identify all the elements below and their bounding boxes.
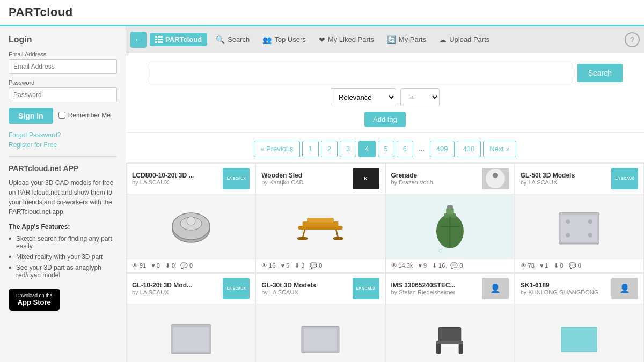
app-section-title: PARTcloud.net APP bbox=[9, 164, 117, 173]
register-link[interactable]: Register for Free bbox=[9, 141, 117, 149]
part-author-7: by KUNLONG GUANGDONG bbox=[521, 289, 611, 295]
part-author-5: by LA SCAUX bbox=[261, 289, 352, 295]
email-label: Email Address bbox=[9, 51, 117, 57]
remember-me-checkbox[interactable] bbox=[58, 112, 65, 119]
svg-rect-33 bbox=[436, 341, 463, 344]
part-name-2: Grenade bbox=[391, 172, 466, 179]
page-4-button[interactable]: 4 bbox=[358, 141, 375, 157]
part-badge-7: 👤 bbox=[611, 278, 638, 299]
part-author-4: by LA SCAUX bbox=[132, 289, 223, 295]
page-409-button[interactable]: 409 bbox=[430, 141, 455, 157]
signin-button[interactable]: Sign In bbox=[9, 108, 53, 124]
remember-me-label[interactable]: Remember Me bbox=[58, 112, 111, 119]
appstore-button[interactable]: Download on the App Store bbox=[9, 289, 60, 311]
part-author-1: by Karajko CAD bbox=[261, 179, 352, 186]
part-name-1: Wooden Sled bbox=[261, 172, 336, 179]
navbar: ← PARTcloud 🔍 Search 👥 Top Users ❤ My Li… bbox=[126, 26, 644, 53]
page-1-button[interactable]: 1 bbox=[302, 141, 319, 157]
add-tag-button[interactable]: Add tag bbox=[364, 112, 406, 127]
sidebar: Login Email Address Password Sign In Rem… bbox=[0, 26, 126, 362]
part-name-0: LCD800-10-20t 3D ... bbox=[132, 172, 207, 179]
feature-item: Sketch search for finding any part easil… bbox=[9, 235, 117, 250]
svg-rect-32 bbox=[459, 343, 463, 354]
likes-stat-3: ♥ 1 bbox=[540, 262, 548, 269]
feature-item: Mixed reality with your 3D part bbox=[9, 253, 117, 261]
part-stats-3: 👁 78 ♥ 1 ⬇ 0 💬 0 bbox=[515, 258, 643, 272]
part-image-6 bbox=[386, 304, 514, 362]
nav-liked-parts-label: My Liked Parts bbox=[328, 35, 374, 43]
logo-label: PARTcloud bbox=[165, 35, 202, 43]
pagination-top: « Previous 1 2 3 4 5 6 ... 409 410 Next … bbox=[126, 133, 644, 162]
comments-stat-1: 💬 0 bbox=[310, 262, 322, 269]
part-name-6: IMS 33065240STEC... bbox=[391, 282, 466, 289]
prev-page-button[interactable]: « Previous bbox=[254, 141, 299, 157]
part-stats-1: 👁 16 ♥ 5 ⬇ 3 💬 0 bbox=[256, 258, 384, 272]
nav-item-search[interactable]: 🔍 Search bbox=[209, 32, 256, 47]
part-image-1 bbox=[256, 194, 384, 258]
page-2-button[interactable]: 2 bbox=[321, 141, 338, 157]
nav-item-upload-parts[interactable]: ☁ Upload Parts bbox=[433, 32, 496, 47]
views-stat-0: 👁 91 bbox=[132, 262, 146, 269]
svg-text:⬡: ⬡ bbox=[439, 248, 442, 253]
search-button[interactable]: Search bbox=[577, 64, 623, 82]
svg-rect-10 bbox=[307, 218, 334, 223]
search-input[interactable] bbox=[148, 64, 573, 82]
part-image-5 bbox=[256, 304, 384, 362]
part-header-7: SK1-6189 by KUNLONG GUANGDONG 👤 bbox=[515, 274, 643, 304]
part-card-7[interactable]: SK1-6189 by KUNLONG GUANGDONG 👤 👁 ♥ ⬇ bbox=[515, 273, 644, 362]
part-badge-2 bbox=[482, 168, 509, 189]
part-card-3[interactable]: GL-50t 3D Models by LA SCAUX LA SCAUX bbox=[515, 163, 644, 273]
likes-stat-2: ♥ 9 bbox=[418, 262, 427, 269]
part-card-6[interactable]: IMS 33065240STEC... by Stefan Riedelshei… bbox=[385, 273, 515, 362]
nav-upload-label: Upload Parts bbox=[449, 35, 489, 43]
password-field[interactable] bbox=[9, 87, 117, 102]
parts-icon: 🔄 bbox=[387, 35, 396, 44]
parts-grid: LCD800-10-20t 3D ... by LA SCAUX LA SCAU… bbox=[126, 162, 644, 362]
grid-icon bbox=[155, 36, 163, 43]
part-badge-3: LA SCAUX bbox=[611, 168, 638, 189]
comments-stat-3: 💬 0 bbox=[569, 262, 581, 269]
part-author-2: by Drazen Vorih bbox=[391, 179, 482, 186]
nav-item-my-parts[interactable]: 🔄 My Parts bbox=[380, 32, 433, 47]
part-badge-5: LA SCAUX bbox=[353, 278, 379, 299]
svg-point-23 bbox=[588, 219, 592, 224]
help-button[interactable]: ? bbox=[625, 32, 640, 47]
nav-item-top-users[interactable]: 👥 Top Users bbox=[256, 32, 312, 47]
svg-rect-30 bbox=[438, 327, 461, 343]
users-icon: 👥 bbox=[262, 35, 272, 44]
sort-select[interactable]: Relevance Name Date Views bbox=[331, 88, 396, 106]
feature-item: See your 3D part as anaglyph red/cyan mo… bbox=[9, 264, 117, 279]
page-dots: ... bbox=[415, 141, 428, 157]
svg-point-12 bbox=[493, 173, 498, 178]
part-card-0[interactable]: LCD800-10-20t 3D ... by LA SCAUX LA SCAU… bbox=[126, 163, 255, 273]
svg-point-22 bbox=[566, 219, 570, 224]
logo-button[interactable]: PARTcloud bbox=[150, 33, 207, 46]
views-stat-3: 👁 78 bbox=[521, 262, 535, 269]
nav-item-my-liked-parts[interactable]: ❤ My Liked Parts bbox=[312, 32, 380, 47]
forgot-password-link[interactable]: Forgot Password? bbox=[9, 131, 117, 139]
part-header-4: GL-10-20t 3D Mod... by LA SCAUX LA SCAUX bbox=[127, 274, 255, 304]
svg-rect-31 bbox=[436, 343, 441, 354]
likes-stat-1: ♥ 5 bbox=[281, 262, 290, 269]
category-select[interactable]: --- bbox=[400, 88, 440, 106]
part-card-4[interactable]: GL-10-20t 3D Mod... by LA SCAUX LA SCAUX… bbox=[126, 273, 255, 362]
back-button[interactable]: ← bbox=[130, 32, 147, 48]
svg-rect-21 bbox=[561, 215, 597, 242]
appstore-small-text: Download on the bbox=[16, 293, 53, 298]
app-description: Upload your 3D CAD models for free on PA… bbox=[9, 178, 117, 217]
part-stats-0: 👁 91 ♥ 0 ⬇ 0 💬 0 bbox=[127, 258, 255, 272]
email-field[interactable] bbox=[9, 59, 117, 74]
next-page-button[interactable]: Next » bbox=[483, 141, 516, 157]
svg-rect-15 bbox=[446, 208, 454, 214]
page-3-button[interactable]: 3 bbox=[340, 141, 356, 157]
part-card-5[interactable]: GL-30t 3D Models by LA SCAUX LA SCAUX 👁 … bbox=[255, 273, 385, 362]
part-badge-4: LA SCAUX bbox=[223, 278, 250, 299]
sidebar-divider bbox=[9, 156, 117, 157]
part-name-5: GL-30t 3D Models bbox=[261, 282, 336, 289]
part-image-4 bbox=[127, 304, 255, 362]
page-410-button[interactable]: 410 bbox=[457, 141, 481, 157]
part-card-2[interactable]: Grenade by Drazen Vorih bbox=[385, 163, 515, 273]
part-card-1[interactable]: Wooden Sled by Karajko CAD K bbox=[255, 163, 385, 273]
page-5-button[interactable]: 5 bbox=[378, 141, 394, 157]
page-6-button[interactable]: 6 bbox=[397, 141, 413, 157]
